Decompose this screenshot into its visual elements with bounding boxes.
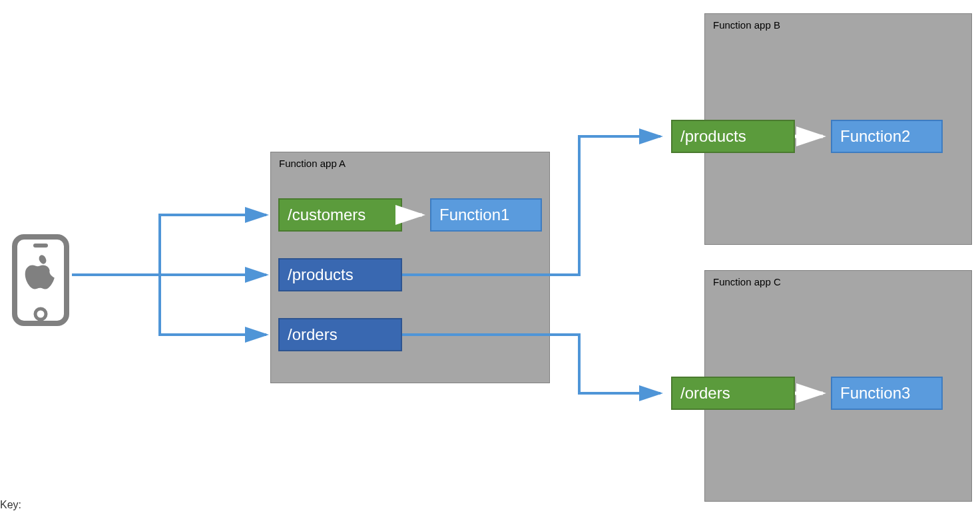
function3-label: Function3 [840,384,910,403]
function-app-b-label: Function app B [713,19,780,31]
svg-point-3 [38,254,48,265]
svg-point-2 [35,309,46,319]
arrow-to-customers [160,215,266,275]
customers-route-box: /customers [278,198,402,232]
products-proxy-label: /products [288,265,354,284]
function1-box: Function1 [430,198,542,232]
orders-route-label-c: /orders [680,384,730,403]
mobile-device-icon [12,234,69,326]
arrow-to-orders-proxy [160,275,266,335]
function2-label: Function2 [840,127,910,146]
products-route-box-b: /products [671,120,795,153]
function-app-c-label: Function app C [713,276,781,287]
function3-box: Function3 [831,377,943,410]
function-app-a-label: Function app A [279,158,346,169]
orders-route-box-c: /orders [671,377,795,410]
function1-label: Function1 [439,206,509,224]
orders-proxy-label: /orders [288,325,338,344]
products-proxy-box: /products [278,258,402,291]
svg-rect-1 [33,244,48,248]
function2-box: Function2 [831,120,943,153]
orders-proxy-box: /orders [278,318,402,351]
customers-route-label: /customers [288,206,366,224]
products-route-label-b: /products [680,127,746,146]
key-label: Key: [0,499,21,511]
